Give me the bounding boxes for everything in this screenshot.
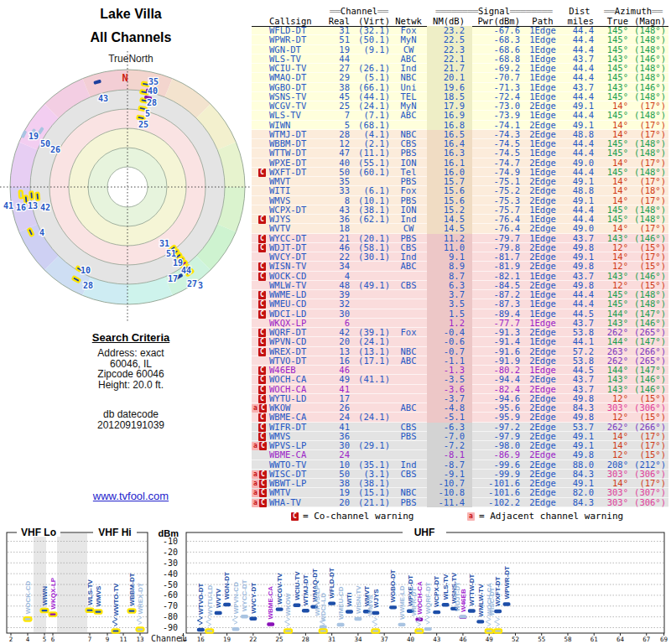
radar-channel-label: 31 — [159, 239, 169, 248]
cell-network: PBS — [390, 498, 427, 507]
cell-callsign[interactable]: WVTV — [268, 224, 328, 233]
cell-callsign[interactable]: WITI — [268, 186, 328, 195]
cell-virtual-channel — [350, 299, 390, 309]
bar-callsign-label: WQRF-DT — [424, 582, 432, 614]
cell-callsign[interactable]: WBME-CA — [268, 413, 328, 422]
warning-flags: aC — [252, 470, 268, 479]
cell-callsign[interactable]: WMAQ-DT — [268, 73, 328, 82]
warning-flags — [252, 73, 268, 82]
signal-bar — [128, 609, 136, 612]
warning-flags: C — [252, 366, 268, 375]
channel-tick-label: 49 — [486, 636, 493, 643]
cell-callsign[interactable]: WPVN-CD — [268, 337, 328, 346]
cell-callsign[interactable]: WMEU-CD — [268, 299, 328, 309]
radar-channel-label: 43 — [98, 94, 108, 103]
radar-plot: N354028525431950264116134241028315119441… — [0, 46, 262, 326]
cell-true-azimuth: 14° — [598, 224, 628, 233]
warning-flags: C — [252, 262, 268, 271]
co-channel-warning-icon: C — [258, 169, 266, 177]
cell-path: 2Edge — [524, 488, 561, 497]
adjacent-channel-warning-icon: a — [252, 442, 259, 450]
channel-tick-label: 34 — [354, 636, 362, 643]
radar-channel-label: 16 — [16, 203, 26, 212]
cell-nm-db: 16.9 — [427, 111, 472, 120]
signal-bar — [302, 609, 309, 612]
channel-tick-label: 9 — [106, 636, 110, 643]
cell-callsign[interactable]: WHA-TV — [268, 498, 328, 507]
cell-virtual-channel — [350, 385, 390, 394]
warning-flags: C — [252, 290, 268, 299]
warning-flags — [252, 64, 268, 73]
cell-network — [390, 375, 427, 384]
cell-true-azimuth: 12° — [598, 450, 628, 460]
cell-virtual-channel: (29.1) — [350, 441, 390, 450]
tvfool-link[interactable]: www.tvfool.com — [93, 490, 169, 502]
cell-miles: 49.8 — [561, 413, 598, 422]
db-datecode: db datecode201209191039 — [0, 409, 262, 431]
cell-network: ABC — [390, 403, 427, 413]
cell-network: PBS — [390, 432, 427, 441]
cell-true-azimuth: 145° — [598, 35, 628, 44]
radar-channel-label: 44 — [181, 266, 191, 275]
cell-path: 2Edge — [524, 498, 561, 507]
channel-tick-label: 4 — [26, 636, 30, 643]
signal-bar — [284, 629, 292, 632]
cell-magnetic-azimuth: (148°) — [628, 35, 668, 44]
cell-callsign[interactable]: WBME-CA — [268, 450, 328, 460]
co-channel-warning-icon: C — [258, 366, 266, 375]
cell-true-azimuth: 303° — [598, 488, 628, 497]
cell-network: MyN — [390, 35, 427, 44]
cell-pwr-dbm: -91.4 — [472, 337, 524, 346]
cell-callsign[interactable]: WMTV — [268, 488, 328, 497]
vhf-lo-label: VHF Lo — [21, 527, 56, 538]
signal-bar — [320, 629, 327, 632]
off-scale-squiggle — [486, 618, 491, 626]
station-row: WITI33(6.1)Fox15.6-75.22Edge48.814°(18°) — [252, 186, 668, 195]
channel-tick-label: 13 — [136, 636, 143, 643]
cell-callsign[interactable]: WLS-TV — [268, 111, 328, 120]
db-line: 201209191039 — [0, 420, 262, 431]
cell-callsign[interactable]: WTTW-DT — [268, 148, 328, 158]
off-scale-squiggle — [495, 618, 500, 626]
cell-pwr-dbm: -86.9 — [472, 450, 524, 460]
warning-flags — [252, 252, 268, 262]
warning-flags — [252, 92, 268, 101]
tvfool-report-page: Lake Villa All Channels TrueNorth N35402… — [0, 0, 671, 644]
cell-callsign[interactable]: WOCH-CA — [268, 375, 328, 384]
dbm-tick-label: -50 — [163, 580, 178, 589]
cell-network: CBS — [390, 281, 427, 290]
cell-magnetic-azimuth: (307°) — [628, 488, 668, 497]
bar-callsign-label: WPVS-LP — [314, 584, 321, 615]
bar-callsign-label: WKOW — [284, 593, 292, 616]
channel-tick-label: 19 — [223, 636, 231, 643]
bar-callsign-label: WPVN-CD — [232, 582, 240, 614]
cell-true-azimuth: 14° — [598, 186, 628, 195]
channel-tick-label: 25 — [276, 636, 283, 643]
azimuth-group-header: ══Azimuth══ — [598, 7, 668, 17]
bar-callsign-label: WWTO-TV — [112, 583, 120, 616]
dbm-axis-label: dBm — [159, 528, 179, 538]
signal-bar — [337, 623, 345, 626]
signal-bar — [398, 623, 406, 626]
adjacent-channel-warning-icon: a — [252, 499, 259, 507]
dbm-tick-label: -90 — [163, 623, 178, 632]
signal-bar — [241, 615, 248, 618]
cell-magnetic-azimuth: (17°) — [628, 224, 668, 233]
signal-bar — [468, 609, 476, 612]
cell-nm-db: -3.5 — [427, 375, 472, 384]
cell-path: 2Edge — [524, 413, 561, 422]
cell-magnetic-azimuth: (146°) — [628, 375, 668, 384]
cell-network: NBC — [390, 488, 427, 497]
radar-channel-label: 5 — [145, 109, 150, 118]
cell-callsign[interactable]: WISN-TV — [268, 262, 328, 271]
cell-virtual-channel — [350, 262, 390, 271]
radar-channel-label: 42 — [40, 203, 50, 212]
co-channel-warning-icon: C — [259, 499, 267, 507]
dbm-tick-label: -80 — [163, 612, 178, 621]
cell-path: 2Edge — [524, 262, 561, 271]
cell-callsign[interactable]: WPWR-DT — [268, 35, 328, 44]
cell-true-azimuth: 145° — [598, 148, 628, 158]
cell-real-channel: 20 — [328, 337, 350, 346]
radar-channel-label: 51 — [166, 249, 176, 258]
cell-nm-db: 15.6 — [427, 186, 472, 195]
